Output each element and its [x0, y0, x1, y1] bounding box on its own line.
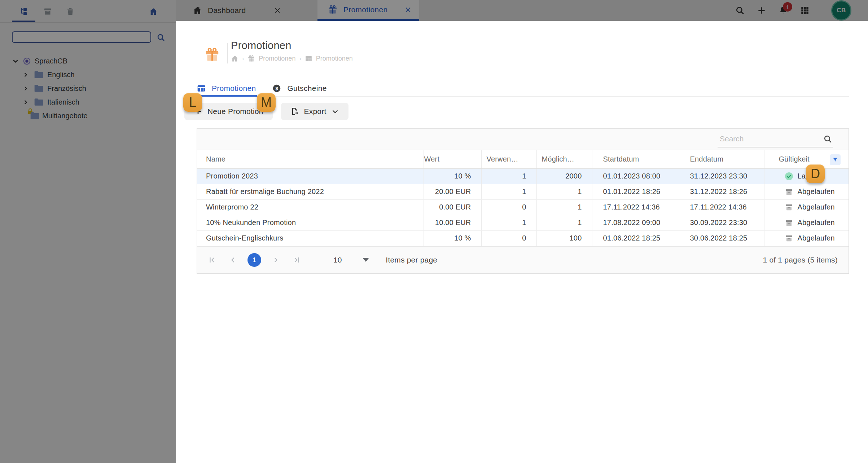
table-row[interactable]: Rabatt für erstmalige Buchung 202220.00 … [197, 184, 849, 199]
gift-icon[interactable] [247, 55, 255, 62]
breadcrumb: › Promotionen › Promotionen [231, 55, 353, 62]
table-cell: Rabatt für erstmalige Buchung 2022 [197, 184, 424, 199]
data-grid: NameWertVerwen…Möglich…StartdatumEnddatu… [197, 150, 849, 246]
sidebar: SprachCB EnglischFranzösischItalienisch … [0, 0, 176, 463]
chevron-right-icon: › [299, 56, 301, 62]
close-icon[interactable] [403, 5, 413, 14]
folder-tree: SprachCB EnglischFranzösischItalienisch … [0, 54, 176, 123]
column-header[interactable]: Möglich… [536, 150, 592, 168]
marker-D[interactable]: D [806, 164, 825, 183]
table-cell: 1 [536, 199, 592, 215]
chevron-down-icon[interactable] [12, 57, 19, 65]
filter-button[interactable] [830, 154, 841, 165]
table-cell: 0.00 EUR [424, 199, 481, 215]
table-cell: 31.12.2023 23:30 [679, 168, 764, 184]
table-header-row: NameWertVerwen…Möglich…StartdatumEnddatu… [197, 150, 849, 168]
tree-item-label: Italienisch [47, 98, 79, 106]
column-header[interactable]: Enddatum [679, 150, 764, 168]
tab-promotionen[interactable]: Promotionen [317, 0, 419, 21]
page-title: Promotionen [231, 40, 291, 52]
table-icon [197, 84, 206, 93]
file-export-icon [290, 107, 299, 116]
avatar[interactable]: CB [831, 0, 851, 21]
validity-label: Abgelaufen [798, 188, 835, 196]
archive-box-icon [785, 188, 793, 196]
tree-item-root[interactable]: SprachCB [0, 54, 176, 68]
validity-label: Abgelaufen [798, 219, 835, 227]
main-content: Promotionen › Promotionen › Promotion [176, 21, 868, 463]
selected-node-icon [23, 57, 31, 65]
tree-item-multiangebote[interactable]: Multiangebote [0, 109, 176, 123]
caret-down-icon [363, 258, 369, 262]
page-size-dropdown[interactable]: 10 [333, 256, 369, 264]
column-header[interactable]: Startdatum [592, 150, 679, 168]
filter-funnel-icon [832, 157, 838, 163]
tree-item[interactable]: Italienisch [0, 95, 176, 109]
chevron-right-icon[interactable] [23, 99, 29, 105]
table-cell: 1 [536, 215, 592, 230]
table-row[interactable]: Gutschein-Englischkurs10 %010001.06.2022… [197, 230, 849, 246]
table-row[interactable]: 10% Neukunden Promotion10.00 EUR1117.08.… [197, 215, 849, 230]
sidebar-search-input[interactable] [12, 31, 151, 43]
current-page-button[interactable]: 1 [247, 253, 261, 267]
column-header[interactable]: Name [197, 150, 424, 168]
search-icon[interactable] [823, 135, 832, 144]
table-row[interactable]: Winterpromo 220.00 EUR0117.11.2022 14:36… [197, 199, 849, 215]
validity-label: Abgelaufen [798, 203, 835, 211]
chevron-right-icon: › [242, 56, 244, 62]
search-icon[interactable] [157, 33, 165, 42]
table-cell: 10% Neukunden Promotion [197, 215, 424, 230]
table-toolbar [197, 129, 849, 150]
marker-L[interactable]: L [183, 93, 202, 112]
search-icon[interactable] [735, 6, 745, 15]
folder-icon [34, 84, 44, 92]
table-cell: 17.11.2022 14:36 [592, 199, 679, 215]
home-icon [193, 6, 202, 15]
table-cell: 01.01.2022 18:26 [592, 184, 679, 199]
tabs-divider [197, 96, 849, 97]
table-cell: 100 [536, 230, 592, 246]
notifications-bell-icon[interactable]: 1 [779, 6, 788, 15]
table-cell: 1 [481, 168, 536, 184]
column-header[interactable]: Verwen… [481, 150, 536, 168]
chevron-right-icon[interactable] [23, 72, 29, 78]
tab-promotionen-label: Promotionen [343, 5, 387, 14]
tree-item[interactable]: Englisch [0, 68, 176, 81]
column-header[interactable]: Gültigkeit [764, 150, 849, 168]
breadcrumb-item[interactable]: Promotionen [259, 55, 295, 62]
table-cell: Promotion 2023 [197, 168, 424, 184]
sidebar-toolbar [0, 0, 176, 23]
close-icon[interactable] [273, 6, 282, 15]
table-cell: 10 % [424, 168, 481, 184]
breadcrumb-item[interactable]: Promotionen [316, 55, 353, 62]
home-icon[interactable] [149, 7, 158, 16]
first-page-button[interactable] [206, 253, 219, 266]
apps-grid-icon[interactable] [800, 6, 810, 15]
tree-item[interactable]: Französisch [0, 81, 176, 95]
table-icon[interactable] [305, 55, 312, 62]
next-page-button[interactable] [269, 253, 282, 266]
archive-icon[interactable] [43, 7, 52, 16]
table-cell: 30.09.2022 23:30 [679, 215, 764, 230]
add-icon[interactable] [757, 6, 766, 15]
tree-view-icon[interactable] [20, 7, 29, 16]
folder-icon [34, 98, 44, 106]
home-icon[interactable] [231, 55, 238, 62]
trash-icon[interactable] [66, 7, 75, 16]
chevron-right-icon[interactable] [23, 85, 29, 92]
table-cell: 20.00 EUR [424, 184, 481, 199]
tree-item-label: SprachCB [35, 57, 67, 65]
table-cell: 0 [481, 199, 536, 215]
table-cell: 0 [481, 230, 536, 246]
marker-M[interactable]: M [257, 93, 276, 112]
table-search-input[interactable] [718, 133, 821, 145]
tree-item-label: Englisch [47, 71, 75, 79]
tab-dashboard[interactable]: Dashboard [180, 0, 289, 21]
tab-gutscheine[interactable]: $ Gutscheine [272, 81, 326, 96]
table-row[interactable]: Promotion 202310 %1200001.01.2023 08:003… [197, 168, 849, 184]
export-button[interactable]: Export [281, 103, 349, 120]
column-header[interactable]: Wert [424, 150, 481, 168]
tab-promotionen-content[interactable]: Promotionen [197, 81, 256, 96]
previous-page-button[interactable] [227, 253, 240, 266]
last-page-button[interactable] [290, 253, 303, 266]
